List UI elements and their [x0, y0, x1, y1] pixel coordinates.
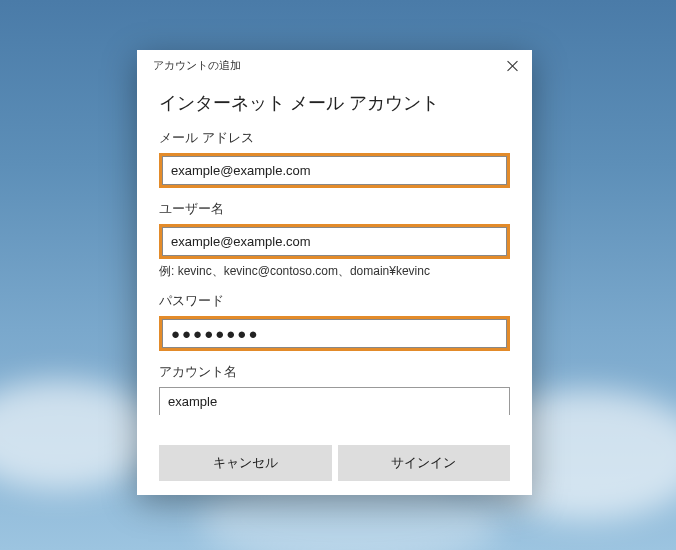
form-heading: インターネット メール アカウント: [159, 91, 510, 115]
password-input[interactable]: ●●●●●●●●: [162, 319, 507, 348]
email-input[interactable]: [162, 156, 507, 185]
cancel-button[interactable]: キャンセル: [159, 445, 332, 481]
account-name-input[interactable]: [159, 387, 510, 415]
username-hint: 例: kevinc、kevinc@contoso.com、domain¥kevi…: [159, 263, 510, 280]
email-field-group: メール アドレス: [159, 129, 510, 188]
username-input[interactable]: [162, 227, 507, 256]
password-label: パスワード: [159, 292, 510, 310]
account-name-label: アカウント名: [159, 363, 510, 381]
username-label: ユーザー名: [159, 200, 510, 218]
email-highlight: [159, 153, 510, 188]
password-highlight: ●●●●●●●●: [159, 316, 510, 351]
username-highlight: [159, 224, 510, 259]
username-field-group: ユーザー名 例: kevinc、kevinc@contoso.com、domai…: [159, 200, 510, 280]
account-name-field-group: アカウント名: [159, 363, 510, 415]
dialog-title: アカウントの追加: [153, 58, 241, 73]
password-field-group: パスワード ●●●●●●●●: [159, 292, 510, 351]
close-icon[interactable]: [506, 59, 520, 73]
email-label: メール アドレス: [159, 129, 510, 147]
dialog-titlebar: アカウントの追加: [137, 50, 532, 77]
background-cloud: [0, 380, 160, 490]
dialog-buttons: キャンセル サインイン: [137, 437, 532, 495]
dialog-content: インターネット メール アカウント メール アドレス ユーザー名 例: kevi…: [137, 77, 532, 437]
signin-button[interactable]: サインイン: [338, 445, 511, 481]
add-account-dialog: アカウントの追加 インターネット メール アカウント メール アドレス ユーザー…: [137, 50, 532, 495]
